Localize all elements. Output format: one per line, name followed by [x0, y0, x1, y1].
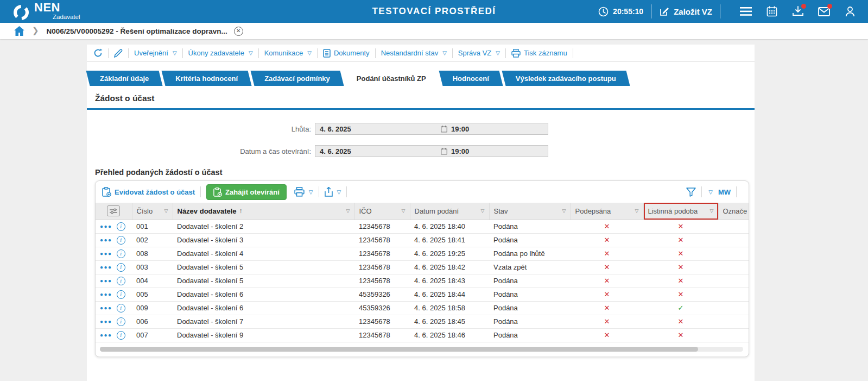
calendar-button[interactable]	[764, 3, 780, 20]
horizontal-scrollbar[interactable]	[100, 347, 743, 352]
nen-logo[interactable]: NEN Zadavatel	[12, 2, 80, 22]
section-title: Žádost o účast	[95, 93, 755, 103]
listinna-mark: ✓	[678, 304, 684, 312]
row-menu-icon[interactable]: ●●●	[100, 332, 112, 338]
close-tab-icon[interactable]: ✕	[234, 27, 243, 36]
home-icon[interactable]	[14, 26, 24, 36]
header-ico[interactable]: IČO▽	[354, 203, 410, 220]
info-icon[interactable]: i	[117, 277, 125, 285]
info-icon[interactable]: i	[117, 249, 125, 258]
table-row[interactable]: ●●●i 006Dodavatel - školení 7123456784. …	[96, 315, 749, 328]
podepsana-mark: ✕	[604, 277, 610, 285]
edit-record-button[interactable]	[114, 49, 123, 58]
main-panel: Uveřejnění▽ Úkony zadavatele▽ Komunikace…	[87, 45, 755, 381]
export-button[interactable]: ▽	[325, 187, 341, 197]
row-menu-icon[interactable]: ●●●	[100, 278, 112, 284]
info-icon[interactable]: i	[117, 331, 125, 340]
row-menu-icon[interactable]: ●●●	[100, 291, 112, 297]
header-nazev-dodavatele[interactable]: Název dodavatele↑▽	[173, 203, 354, 220]
table-row[interactable]: ●●●i 008Dodavatel - školení 4123456784. …	[96, 247, 749, 260]
table-row[interactable]: ●●●i 009Dodavatel - školení 6453593264. …	[96, 301, 749, 315]
column-filter-icon[interactable]: ▽	[632, 208, 639, 214]
breadcrumb-item[interactable]: N006/25/V00005292 - Řešení optimalizace …	[47, 27, 227, 35]
header-datum-podani[interactable]: Datum podání▽	[410, 203, 489, 220]
row-menu-icon[interactable]: ●●●	[100, 223, 112, 229]
scrollbar-thumb[interactable]	[100, 347, 698, 352]
row-menu-icon[interactable]: ●●●	[100, 305, 112, 311]
tab-zakladni-udaje[interactable]: Základní údaje	[88, 71, 161, 86]
info-icon[interactable]: i	[117, 317, 125, 326]
chevron-down-icon: ▽	[337, 189, 341, 195]
pencil-icon	[114, 49, 123, 58]
header-stav[interactable]: Stav▽	[489, 203, 571, 220]
messages-badge	[827, 4, 832, 9]
inbox-badge	[801, 4, 806, 9]
info-icon[interactable]: i	[117, 290, 125, 299]
row-menu-icon[interactable]: ●●●	[100, 237, 112, 243]
menu-komunikace[interactable]: Komunikace▽	[264, 49, 312, 57]
inbox-button[interactable]	[790, 3, 806, 20]
print-record-button[interactable]: Tisk záznamu	[511, 49, 567, 58]
column-filter-icon[interactable]: ▽	[343, 208, 350, 214]
share-export-icon	[325, 187, 333, 197]
table-row[interactable]: ●●●i 005Dodavatel - školení 6453593264. …	[96, 288, 749, 301]
table-row[interactable]: ●●●i 002Dodavatel - školení 3123456784. …	[96, 233, 749, 247]
menu-label: Dokumenty	[334, 49, 370, 57]
table-row[interactable]: ●●●i 003Dodavatel - školení 5123456784. …	[96, 260, 749, 274]
column-filter-icon[interactable]: ▽	[398, 208, 406, 214]
table-toolbar: Evidovat žádost o účast Zahájit otevírán…	[96, 181, 749, 203]
tab-vysledek-zadavaciho-postupu[interactable]: Výsledek zadávacího postupu	[504, 71, 628, 86]
menu-nestandardni-stav[interactable]: Nestandardní stav▽	[381, 49, 447, 57]
table-scroll-area[interactable]: Číslo▽ Název dodavatele↑▽ IČO▽ Datum pod…	[96, 203, 749, 342]
column-config-icon[interactable]	[107, 205, 120, 216]
deadline-form: Lhůta: 4. 6. 2025 19:00 Datum a čas otev…	[87, 123, 755, 157]
menu-button[interactable]	[738, 3, 754, 20]
table-header-row: Číslo▽ Název dodavatele↑▽ IČO▽ Datum pod…	[96, 203, 749, 220]
separator	[128, 48, 129, 58]
info-icon[interactable]: i	[117, 236, 125, 245]
evidovat-zadost-button[interactable]: Evidovat žádost o účast	[102, 187, 195, 197]
create-vz-button[interactable]: Založit VZ	[659, 7, 712, 17]
listinna-mark: ✕	[678, 290, 684, 298]
menu-uverejneni[interactable]: Uveřejnění▽	[134, 49, 177, 57]
menu-ukony-zadavatele[interactable]: Úkony zadavatele▽	[188, 49, 253, 57]
print-table-button[interactable]: ▽	[294, 187, 313, 197]
zahajit-otevirani-button[interactable]: Zahájit otevírání	[206, 184, 287, 200]
header-cislo[interactable]: Číslo▽	[132, 203, 173, 220]
messages-button[interactable]	[816, 3, 832, 20]
server-time: 20:55:10	[598, 7, 643, 17]
column-filter-icon[interactable]: ▽	[478, 208, 485, 214]
info-icon[interactable]: i	[117, 304, 125, 313]
column-filter-icon[interactable]: ▽	[559, 208, 566, 214]
header-podepsana[interactable]: Podepsána▽	[571, 203, 643, 220]
row-menu-icon[interactable]: ●●●	[100, 251, 112, 257]
tab-podani-ucastniku-zp[interactable]: Podání účastníků ZP	[345, 71, 438, 86]
record-toolbar: Uveřejnění▽ Úkony zadavatele▽ Komunikace…	[87, 45, 755, 62]
tab-hodnoceni[interactable]: Hodnocení	[441, 71, 501, 86]
refresh-button[interactable]	[93, 48, 103, 58]
filter-button[interactable]	[686, 188, 696, 197]
menu-dokumenty[interactable]: Dokumenty	[323, 49, 370, 58]
tab-zadavaci-podminky[interactable]: Zadávací podmínky	[252, 71, 342, 86]
profile-button[interactable]	[842, 3, 858, 20]
table-row[interactable]: ●●●i 001Dodavatel - školení 2123456784. …	[96, 220, 749, 233]
column-filter-icon[interactable]: ▽	[707, 208, 714, 214]
view-selector[interactable]: ▽ MW	[707, 188, 731, 196]
separator	[319, 186, 319, 197]
info-icon[interactable]: i	[117, 222, 125, 231]
info-icon[interactable]: i	[117, 263, 125, 272]
refresh-icon	[93, 48, 103, 58]
requests-table: Číslo▽ Název dodavatele↑▽ IČO▽ Datum pod…	[96, 203, 749, 342]
column-filter-icon[interactable]: ▽	[161, 208, 168, 214]
row-menu-icon[interactable]: ●●●	[100, 264, 112, 270]
table-row[interactable]: ●●●i 004Dodavatel - školení 5123456784. …	[96, 274, 749, 288]
row-menu-icon[interactable]: ●●●	[100, 318, 112, 324]
menu-sprava-vz[interactable]: Správa VZ▽	[458, 49, 500, 57]
header-listinna-podoba[interactable]: Listinná podoba▽	[643, 203, 718, 220]
otevirani-label: Datum a čas otevírání:	[87, 147, 315, 155]
tab-kriteria-hodnoceni[interactable]: Kritéria hodnocení	[163, 71, 250, 86]
table-row[interactable]: ●●●i 007Dodavatel - školení 9123456784. …	[96, 328, 749, 342]
breadcrumb: ❯ N006/25/V00005292 - Řešení optimalizac…	[0, 23, 868, 39]
header-oznacena[interactable]: Označe	[718, 203, 749, 220]
listinna-mark: ✕	[678, 277, 684, 285]
